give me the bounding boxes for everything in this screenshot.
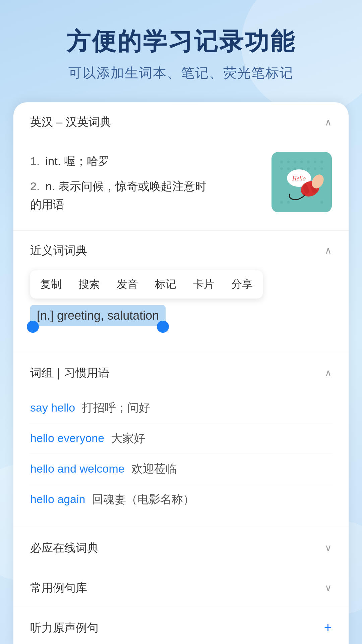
biying-section-title: 必应在线词典 <box>30 540 99 556</box>
phrase-zh-2: 大家好 <box>111 431 145 446</box>
listening-section-title: 听力原声例句 <box>30 620 99 636</box>
svg-point-17 <box>320 201 323 204</box>
header-title: 方便的学习记录功能 <box>20 27 342 56</box>
common-sentences-chevron-down-icon: ∨ <box>325 582 332 593</box>
phrase-en-2: hello everyone <box>30 432 104 445</box>
text-cursor-right <box>157 321 169 333</box>
context-menu-card[interactable]: 卡片 <box>193 277 215 292</box>
dict-section-header[interactable]: 英汉 – 汉英词典 ∧ <box>13 102 349 142</box>
common-sentences-section-title: 常用例句库 <box>30 580 87 596</box>
phrase-en-4: hello again <box>30 493 85 506</box>
biying-section-header[interactable]: 必应在线词典 ∨ <box>13 528 349 568</box>
phrase-zh-1: 打招呼；问好 <box>82 400 150 416</box>
def-pos-1: int. 喔；哈罗 <box>46 155 110 167</box>
context-menu-share[interactable]: 分享 <box>231 277 253 292</box>
main-card: 英汉 – 汉英词典 ∧ 1. int. 喔；哈罗 2. n. 表示问候，惊奇或唤… <box>13 102 349 644</box>
text-cursor-left <box>27 321 39 333</box>
listening-plus-icon[interactable]: + <box>324 620 332 635</box>
phrase-en-3: hello and welcome <box>30 462 125 475</box>
listening-section: 听力原声例句 + <box>13 608 349 644</box>
dict-chevron-up-icon: ∧ <box>325 117 332 128</box>
svg-point-6 <box>314 161 316 163</box>
def-pos-2: n. 表示问候，惊奇或唤起注意时的用语 <box>30 180 206 211</box>
svg-point-2 <box>287 161 290 163</box>
synonym-section-header[interactable]: 近义词词典 ∧ <box>13 231 349 270</box>
svg-point-3 <box>294 161 296 163</box>
biying-section: 必应在线词典 ∨ <box>13 528 349 568</box>
header-subtitle: 可以添加生词本、笔记、荧光笔标记 <box>20 64 342 82</box>
dict-def-1: 1. int. 喔；哈罗 <box>30 152 261 170</box>
context-menu-pronounce[interactable]: 发音 <box>117 277 138 292</box>
common-sentences-section: 常用例句库 ∨ <box>13 568 349 608</box>
biying-chevron-down-icon: ∨ <box>325 542 332 553</box>
dict-definitions: 1. int. 喔；哈罗 2. n. 表示问候，惊奇或唤起注意时的用语 <box>30 152 272 220</box>
svg-point-15 <box>280 201 283 204</box>
svg-point-10 <box>294 167 296 170</box>
phrases-section: 词组｜习惯用语 ∧ say hello 打招呼；问好 hello everyon… <box>13 353 349 528</box>
phrase-item-1[interactable]: say hello 打招呼；问好 <box>30 393 332 423</box>
svg-point-4 <box>300 161 303 163</box>
svg-point-13 <box>314 167 316 170</box>
dict-content: 1. int. 喔；哈罗 2. n. 表示问候，惊奇或唤起注意时的用语 <box>13 142 349 230</box>
svg-point-5 <box>307 161 310 163</box>
svg-point-16 <box>287 201 290 204</box>
def-number-2: 2. <box>30 180 40 193</box>
listening-section-header[interactable]: 听力原声例句 + <box>13 608 349 644</box>
phrase-zh-4: 回魂妻（电影名称） <box>92 492 194 507</box>
svg-point-7 <box>320 161 323 163</box>
svg-point-8 <box>280 167 283 170</box>
context-menu-copy[interactable]: 复制 <box>40 277 62 292</box>
svg-point-1 <box>280 161 283 163</box>
header: 方便的学习记录功能 可以添加生词本、笔记、荧光笔标记 <box>0 0 362 102</box>
svg-point-9 <box>287 167 290 170</box>
phrase-zh-3: 欢迎莅临 <box>131 461 177 477</box>
svg-text:Hello: Hello <box>292 175 306 182</box>
highlighted-text-area: [n.] greeting, salutation <box>30 299 332 333</box>
phrase-en-1: say hello <box>30 401 75 414</box>
phrases-content: say hello 打招呼；问好 hello everyone 大家好 hell… <box>13 393 349 528</box>
hello-illustration: Hello <box>272 152 332 212</box>
phrase-item-4[interactable]: hello again 回魂妻（电影名称） <box>30 484 332 515</box>
phrases-section-header[interactable]: 词组｜习惯用语 ∧ <box>13 353 349 393</box>
dict-section: 英汉 – 汉英词典 ∧ 1. int. 喔；哈罗 2. n. 表示问候，惊奇或唤… <box>13 102 349 230</box>
synonym-section: 近义词词典 ∧ 复制 搜索 发音 标记 卡片 分享 [n.] greeting,… <box>13 231 349 353</box>
synonym-chevron-up-icon: ∧ <box>325 245 332 256</box>
phrases-chevron-up-icon: ∧ <box>325 367 332 378</box>
phrases-section-title: 词组｜习惯用语 <box>30 365 110 381</box>
context-menu-search[interactable]: 搜索 <box>78 277 100 292</box>
context-menu-mark[interactable]: 标记 <box>155 277 176 292</box>
common-sentences-section-header[interactable]: 常用例句库 ∨ <box>13 568 349 608</box>
synonym-section-title: 近义词词典 <box>30 243 87 258</box>
def-number-1: 1. <box>30 155 40 167</box>
phrase-item-2[interactable]: hello everyone 大家好 <box>30 423 332 454</box>
context-menu: 复制 搜索 发音 标记 卡片 分享 <box>30 270 263 299</box>
highlighted-synonym-text[interactable]: [n.] greeting, salutation <box>30 305 166 326</box>
dict-section-title: 英汉 – 汉英词典 <box>30 114 111 130</box>
svg-point-14 <box>320 167 323 170</box>
svg-point-12 <box>307 167 310 170</box>
phrase-item-3[interactable]: hello and welcome 欢迎莅临 <box>30 454 332 484</box>
dict-def-2: 2. n. 表示问候，惊奇或唤起注意时的用语 <box>30 177 261 214</box>
